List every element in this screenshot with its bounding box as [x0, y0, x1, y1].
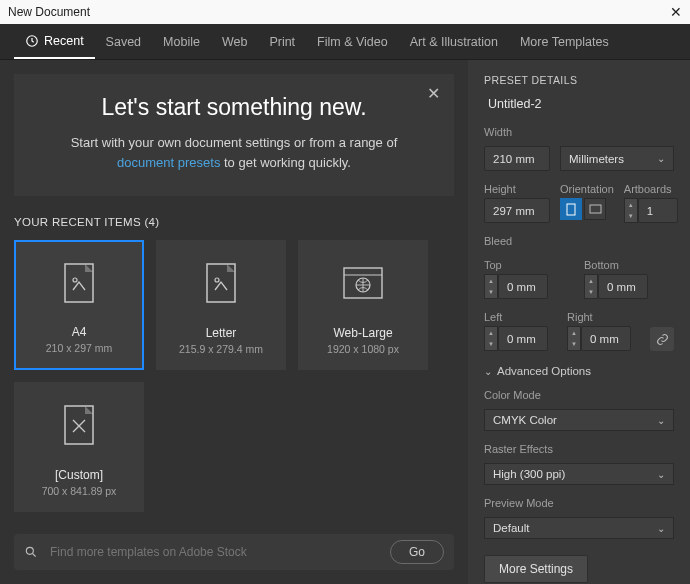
bleed-top-value[interactable]: 0 mm: [498, 274, 548, 299]
tab-label: Film & Video: [317, 35, 388, 49]
tab-label: More Templates: [520, 35, 609, 49]
tab-more-templates[interactable]: More Templates: [509, 24, 620, 59]
link-bleed-icon[interactable]: [650, 327, 674, 351]
filename-field[interactable]: Untitled-2: [484, 94, 674, 114]
bleed-left-label: Left: [484, 311, 557, 323]
chevron-down-icon: ⌄: [657, 415, 665, 426]
bleed-right-label: Right: [567, 311, 640, 323]
chevron-down-icon: ⌄: [657, 153, 665, 164]
raster-label: Raster Effects: [484, 443, 674, 455]
card-dims: 1920 x 1080 px: [327, 343, 399, 355]
tab-label: Saved: [106, 35, 141, 49]
orientation-portrait-button[interactable]: [560, 198, 582, 220]
stock-search-bar: Go: [14, 534, 454, 570]
preset-card-custom[interactable]: [Custom] 700 x 841.89 px: [14, 382, 144, 512]
document-presets-link[interactable]: document presets: [117, 155, 220, 170]
window-title: New Document: [8, 5, 90, 19]
svg-point-2: [73, 278, 77, 282]
card-dims: 700 x 841.89 px: [42, 485, 117, 497]
tab-art-illustration[interactable]: Art & Illustration: [399, 24, 509, 59]
tab-saved[interactable]: Saved: [95, 24, 152, 59]
dismiss-intro-icon[interactable]: ✕: [427, 84, 440, 103]
recents-heading: YOUR RECENT ITEMS (4): [14, 216, 454, 228]
color-mode-label: Color Mode: [484, 389, 674, 401]
more-settings-button[interactable]: More Settings: [484, 555, 588, 583]
bleed-bottom-label: Bottom: [584, 259, 674, 271]
custom-icon: [61, 383, 97, 466]
card-label: A4: [72, 325, 87, 339]
width-input[interactable]: 210 mm: [484, 146, 550, 171]
card-dims: 215.9 x 279.4 mm: [179, 343, 263, 355]
svg-point-9: [26, 547, 33, 554]
units-value: Millimeters: [569, 153, 624, 165]
intro-banner: ✕ Let's start something new. Start with …: [14, 74, 454, 196]
bleed-right-stepper[interactable]: ▲▼0 mm: [567, 326, 640, 351]
web-icon: [342, 241, 384, 324]
artboards-stepper[interactable]: ▲▼ 1: [624, 198, 678, 223]
advanced-label: Advanced Options: [497, 365, 591, 377]
tab-label: Mobile: [163, 35, 200, 49]
bleed-bottom-stepper[interactable]: ▲▼0 mm: [584, 274, 674, 299]
stock-search-input[interactable]: [50, 545, 378, 559]
intro-line1: Start with your own document settings or…: [71, 135, 398, 150]
color-mode-select[interactable]: CMYK Color⌄: [484, 409, 674, 431]
bleed-right-value[interactable]: 0 mm: [581, 326, 631, 351]
card-label: Letter: [206, 326, 237, 340]
bleed-left-value[interactable]: 0 mm: [498, 326, 548, 351]
bleed-top-stepper[interactable]: ▲▼0 mm: [484, 274, 574, 299]
preset-details-panel: PRESET DETAILS Untitled-2 Width 210 mm M…: [468, 60, 690, 584]
advanced-options-toggle[interactable]: ⌄ Advanced Options: [484, 365, 674, 377]
bleed-top-label: Top: [484, 259, 574, 271]
svg-point-4: [215, 278, 219, 282]
left-panel: ✕ Let's start something new. Start with …: [0, 60, 468, 584]
artboards-label: Artboards: [624, 183, 678, 195]
tab-mobile[interactable]: Mobile: [152, 24, 211, 59]
chevron-down-icon: ⌄: [484, 366, 492, 377]
chevron-down-icon: ⌄: [657, 469, 665, 480]
chevron-down-icon: ⌄: [657, 523, 665, 534]
raster-select[interactable]: High (300 ppi)⌄: [484, 463, 674, 485]
tab-label: Recent: [44, 34, 84, 48]
svg-rect-12: [590, 205, 601, 213]
window-close-icon[interactable]: ✕: [670, 4, 682, 20]
color-mode-value: CMYK Color: [493, 414, 557, 426]
go-button[interactable]: Go: [390, 540, 444, 564]
height-label: Height: [484, 183, 550, 195]
artboards-value[interactable]: 1: [638, 198, 678, 223]
preset-card-web-large[interactable]: Web-Large 1920 x 1080 px: [298, 240, 428, 370]
clock-icon: [25, 34, 39, 48]
tab-label: Web: [222, 35, 247, 49]
titlebar: New Document ✕: [0, 0, 690, 24]
bleed-bottom-value[interactable]: 0 mm: [598, 274, 648, 299]
portrait-icon: [566, 203, 576, 216]
preset-card-a4[interactable]: A4 210 x 297 mm: [14, 240, 144, 370]
intro-text: Start with your own document settings or…: [44, 133, 424, 172]
search-icon: [24, 545, 38, 559]
preview-select[interactable]: Default⌄: [484, 517, 674, 539]
tab-film-video[interactable]: Film & Video: [306, 24, 399, 59]
tab-recent[interactable]: Recent: [14, 24, 95, 59]
landscape-icon: [589, 204, 602, 214]
tab-web[interactable]: Web: [211, 24, 258, 59]
bleed-left-stepper[interactable]: ▲▼0 mm: [484, 326, 557, 351]
intro-title: Let's start something new.: [44, 94, 424, 121]
units-select[interactable]: Millimeters ⌄: [560, 146, 674, 171]
preset-card-letter[interactable]: Letter 215.9 x 279.4 mm: [156, 240, 286, 370]
preview-label: Preview Mode: [484, 497, 674, 509]
step-down-icon[interactable]: ▼: [625, 211, 637, 223]
height-input[interactable]: 297 mm: [484, 198, 550, 223]
tab-print[interactable]: Print: [258, 24, 306, 59]
intro-line2: to get working quickly.: [220, 155, 351, 170]
card-label: [Custom]: [55, 468, 103, 482]
orientation-landscape-button[interactable]: [584, 198, 606, 220]
orientation-label: Orientation: [560, 183, 614, 195]
svg-line-10: [33, 554, 36, 557]
doc-icon: [203, 241, 239, 324]
svg-rect-11: [567, 204, 575, 215]
category-tabs: Recent Saved Mobile Web Print Film & Vid…: [0, 24, 690, 60]
card-dims: 210 x 297 mm: [46, 342, 113, 354]
bleed-label: Bleed: [484, 235, 674, 247]
tab-label: Art & Illustration: [410, 35, 498, 49]
raster-value: High (300 ppi): [493, 468, 565, 480]
step-up-icon[interactable]: ▲: [625, 199, 637, 211]
